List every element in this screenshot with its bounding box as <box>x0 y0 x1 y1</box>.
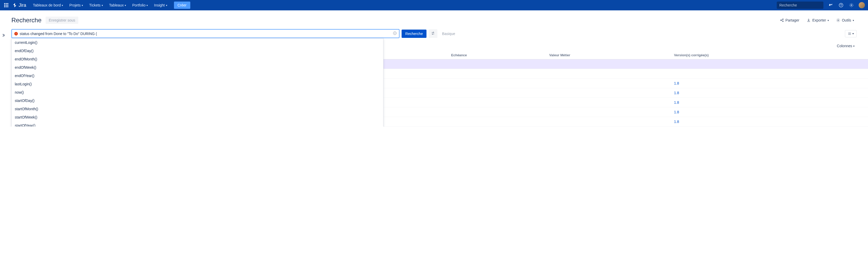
gear-icon <box>836 18 840 22</box>
table-cell[interactable]: 1.8 <box>674 117 868 127</box>
nav-boards[interactable]: Tableaux▾ <box>106 2 129 9</box>
search-button[interactable]: Recherche <box>402 30 427 38</box>
table-cell <box>451 69 549 79</box>
table-cell <box>549 117 674 127</box>
table-cell <box>451 117 549 127</box>
share-icon <box>780 18 784 22</box>
error-icon: ! <box>14 32 18 36</box>
global-search-input[interactable] <box>779 3 825 7</box>
help-icon[interactable]: ? <box>838 2 844 8</box>
page-header: Recherche Enregistrer sous Partager Expo… <box>0 10 868 29</box>
column-header[interactable]: Valeur Métier <box>549 51 674 59</box>
user-avatar[interactable] <box>859 2 865 8</box>
nav-portfolio[interactable]: Portfolio▾ <box>130 2 150 9</box>
autocomplete-item[interactable]: endOfWeek() <box>12 63 383 71</box>
autocomplete-item[interactable]: startOfDay() <box>12 96 383 105</box>
table-cell[interactable]: 1.8 <box>674 88 868 98</box>
advanced-mode-button[interactable] <box>429 29 437 38</box>
chevron-down-icon: ▾ <box>828 19 829 22</box>
page-title: Recherche <box>11 17 41 24</box>
table-cell <box>549 107 674 117</box>
autocomplete-item[interactable]: startOfYear() <box>12 121 383 127</box>
nav-icons: ? <box>828 2 865 8</box>
table-cell <box>451 88 549 98</box>
table-cell <box>451 98 549 107</box>
table-cell[interactable]: 1.8 <box>674 79 868 88</box>
table-cell[interactable]: 1.8 <box>674 107 868 117</box>
table-cell <box>549 59 674 69</box>
column-header[interactable]: Echéance <box>451 51 549 59</box>
autocomplete-item[interactable]: endOfYear() <box>12 71 383 80</box>
autocomplete-item[interactable]: now() <box>12 88 383 96</box>
switch-icon <box>431 31 435 35</box>
jira-logo-icon <box>12 3 18 8</box>
tools-button[interactable]: Outils ▾ <box>834 17 857 24</box>
top-navigation: Jira Tableaux de bord▾ Projets▾ Tickets▾… <box>0 0 868 10</box>
svg-text:?: ? <box>840 4 842 7</box>
create-button[interactable]: Créer <box>174 2 190 9</box>
save-as-button[interactable]: Enregistrer sous <box>45 17 78 24</box>
nav-projects[interactable]: Projets▾ <box>67 2 86 9</box>
chevron-down-icon: ▾ <box>102 4 103 7</box>
export-button[interactable]: Exporter ▾ <box>804 17 832 24</box>
table-cell <box>451 59 549 69</box>
app-switcher-icon[interactable] <box>3 2 9 8</box>
chevron-down-icon: ▾ <box>853 44 855 48</box>
chevron-down-icon: ▾ <box>852 32 854 35</box>
query-help-icon[interactable]: ? <box>393 31 397 36</box>
svg-point-10 <box>838 20 839 21</box>
chevron-down-icon: ▾ <box>853 19 854 22</box>
autocomplete-dropdown: currentLogin()endOfDay()endOfMonth()endO… <box>11 38 383 127</box>
jql-input[interactable] <box>20 32 393 36</box>
table-cell <box>451 107 549 117</box>
jira-logo[interactable]: Jira <box>12 3 26 8</box>
table-cell <box>674 59 868 69</box>
notifications-icon[interactable] <box>828 2 834 8</box>
settings-icon[interactable] <box>848 2 855 8</box>
autocomplete-item[interactable]: startOfWeek() <box>12 113 383 121</box>
list-view-icon <box>848 32 851 35</box>
autocomplete-item[interactable]: currentLogin() <box>12 38 383 47</box>
table-cell <box>451 79 549 88</box>
autocomplete-item[interactable]: endOfDay() <box>12 47 383 55</box>
chevron-down-icon: ▾ <box>166 4 167 7</box>
svg-line-9 <box>781 21 782 21</box>
nav-items: Tableaux de bord▾ Projets▾ Tickets▾ Tabl… <box>30 2 190 9</box>
share-button[interactable]: Partager <box>777 17 802 24</box>
svg-line-8 <box>781 20 782 20</box>
svg-text:?: ? <box>394 32 396 34</box>
nav-insight[interactable]: Insight▾ <box>151 2 169 9</box>
expand-sidebar-icon[interactable] <box>2 33 6 38</box>
export-icon <box>807 18 811 22</box>
column-header[interactable]: Version(s) corrigée(s) <box>674 51 868 59</box>
view-toggle[interactable]: ▾ <box>845 30 857 37</box>
table-cell <box>549 88 674 98</box>
table-cell <box>674 69 868 79</box>
table-cell <box>549 79 674 88</box>
table-cell <box>549 98 674 107</box>
logo-text: Jira <box>19 3 26 8</box>
autocomplete-item[interactable]: lastLogin() <box>12 80 383 88</box>
table-cell[interactable]: 1.8 <box>674 98 868 107</box>
nav-dashboards[interactable]: Tableaux de bord▾ <box>30 2 66 9</box>
columns-button[interactable]: Colonnes ▾ <box>835 43 857 49</box>
jql-input-wrap[interactable]: ! ? currentLogin()endOfDay()endOfMonth()… <box>11 29 400 38</box>
query-row: ! ? currentLogin()endOfDay()endOfMonth()… <box>0 29 868 41</box>
global-search[interactable] <box>777 2 824 9</box>
svg-text:!: ! <box>16 32 16 35</box>
autocomplete-item[interactable]: endOfMonth() <box>12 55 383 63</box>
table-cell <box>549 69 674 79</box>
chevron-down-icon: ▾ <box>147 4 148 7</box>
nav-tickets[interactable]: Tickets▾ <box>87 2 105 9</box>
svg-point-4 <box>851 5 852 6</box>
autocomplete-item[interactable]: startOfMonth() <box>12 105 383 113</box>
chevron-down-icon: ▾ <box>125 4 126 7</box>
basic-mode-link[interactable]: Basique <box>439 30 458 38</box>
chevron-down-icon: ▾ <box>82 4 83 7</box>
chevron-down-icon: ▾ <box>62 4 63 7</box>
